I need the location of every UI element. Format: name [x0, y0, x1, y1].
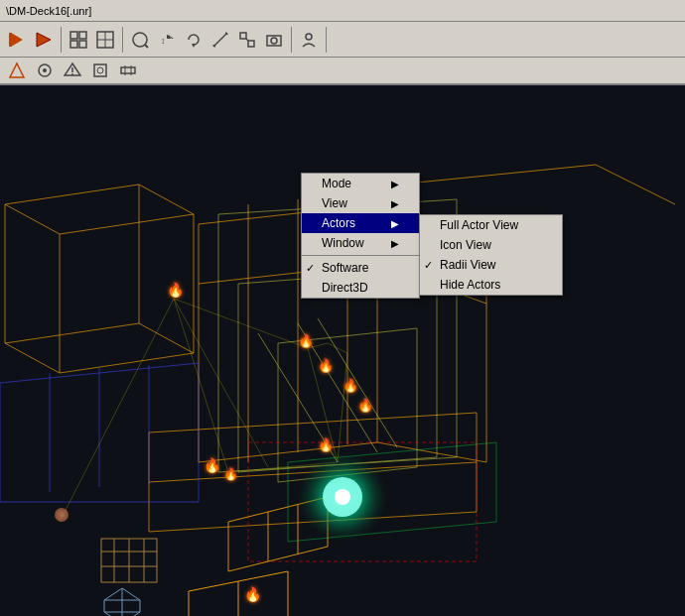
toolbar-btn-run[interactable]: [4, 27, 30, 53]
menu-item-radii-view[interactable]: ✓ Radii View: [420, 255, 562, 275]
svg-rect-31: [121, 67, 135, 73]
menu-arrow-mode: ▶: [391, 179, 399, 189]
toolbar2-btn-3[interactable]: [60, 58, 85, 83]
menu-item-software[interactable]: ✓ Software: [302, 258, 419, 278]
svg-rect-19: [248, 41, 254, 47]
actor-3: 🔥: [318, 358, 334, 373]
svg-line-20: [246, 39, 248, 41]
secondary-toolbar: [0, 58, 685, 85]
svg-marker-17: [212, 45, 215, 48]
toolbar-btn-camera[interactable]: [261, 27, 287, 53]
svg-rect-3: [70, 32, 77, 39]
menu-item-view[interactable]: View ▶: [302, 193, 419, 213]
svg-rect-29: [94, 64, 106, 76]
context-menu-main: Mode ▶ View ▶ Actors ▶ Window ▶ ✓ Softwa…: [301, 173, 420, 299]
svg-marker-0: [11, 33, 23, 47]
svg-marker-14: [192, 44, 196, 48]
toolbar2-btn-4[interactable]: [87, 58, 113, 83]
menu-check-software: ✓: [306, 262, 315, 275]
menu-item-mode[interactable]: Mode ▶: [302, 174, 419, 193]
menu-item-hide-actors[interactable]: Hide Actors: [420, 275, 562, 295]
svg-rect-1: [9, 33, 12, 47]
title-bar: \DM-Deck16[.unr]: [0, 0, 685, 22]
actor-sphere: [55, 508, 68, 522]
actor-2: 🔥: [298, 333, 314, 348]
actor-7: 🔥: [204, 457, 220, 473]
menu-item-full-actor[interactable]: Full Actor View: [420, 215, 562, 235]
toolbar-btn-rotate[interactable]: [181, 27, 206, 53]
svg-marker-16: [225, 32, 228, 35]
toolbar-btn-move[interactable]: ↕: [154, 27, 180, 53]
title-text: \DM-Deck16[.unr]: [6, 5, 91, 17]
svg-marker-2: [37, 33, 51, 47]
toolbar-btn-grid1[interactable]: [66, 27, 91, 53]
toolbar-btn-stop[interactable]: [31, 27, 57, 53]
menu-item-direct3d[interactable]: Direct3D: [302, 278, 419, 298]
svg-point-21: [271, 38, 277, 44]
menu-arrow-window: ▶: [391, 238, 399, 249]
actor-1: 🔥: [167, 282, 184, 298]
svg-point-22: [306, 34, 312, 40]
actor-6: 🔥: [318, 437, 334, 452]
menu-item-window[interactable]: Window ▶: [302, 233, 419, 253]
main-toolbar: ↕: [0, 22, 685, 58]
toolbar2-btn-1[interactable]: [4, 58, 30, 83]
svg-rect-4: [79, 32, 86, 39]
actor-scaffold: [99, 537, 159, 586]
context-menu-actors: Full Actor View Icon View ✓ Radii View H…: [419, 214, 563, 296]
toolbar2-btn-2[interactable]: [32, 58, 58, 83]
actor-9: 🔥: [244, 586, 261, 602]
svg-rect-18: [240, 33, 246, 39]
menu-separator: [302, 255, 419, 256]
toolbar-group-3: ↕: [127, 27, 292, 53]
toolbar2-btn-5[interactable]: [115, 58, 141, 83]
toolbar-btn-select[interactable]: [127, 27, 153, 53]
svg-line-11: [145, 45, 148, 48]
actor-8: 🔥: [223, 467, 238, 481]
menu-check-radii: ✓: [424, 259, 433, 272]
svg-point-25: [43, 68, 47, 72]
actor-crystal: [102, 586, 142, 616]
svg-point-30: [97, 67, 103, 73]
svg-point-116: [335, 489, 350, 505]
toolbar-btn-actor[interactable]: [296, 27, 322, 53]
toolbar-btn-grid2[interactable]: [92, 27, 118, 53]
svg-text:↕: ↕: [161, 36, 166, 46]
toolbar-group-1: [4, 27, 62, 53]
menu-item-actors[interactable]: Actors ▶: [302, 213, 419, 233]
svg-marker-12: [167, 32, 174, 39]
menu-item-icon-view[interactable]: Icon View: [420, 235, 562, 255]
svg-point-10: [133, 33, 147, 47]
svg-rect-6: [79, 41, 86, 48]
actor-4: 🔥: [342, 378, 358, 393]
toolbar-group-2: [66, 27, 123, 53]
svg-line-15: [213, 33, 227, 47]
menu-arrow-view: ▶: [391, 198, 399, 209]
toolbar-btn-scale[interactable]: [207, 27, 233, 53]
toolbar-group-4: [296, 27, 327, 53]
svg-rect-5: [70, 41, 77, 48]
svg-marker-23: [10, 63, 24, 77]
svg-point-28: [71, 73, 73, 75]
actor-5: 🔥: [357, 398, 373, 413]
viewport[interactable]: 🔥 🔥 🔥 🔥 🔥 🔥 🔥 🔥 🔥 Mode ▶: [0, 85, 685, 616]
menu-arrow-actors: ▶: [391, 218, 399, 229]
toolbar-btn-snap[interactable]: [234, 27, 260, 53]
